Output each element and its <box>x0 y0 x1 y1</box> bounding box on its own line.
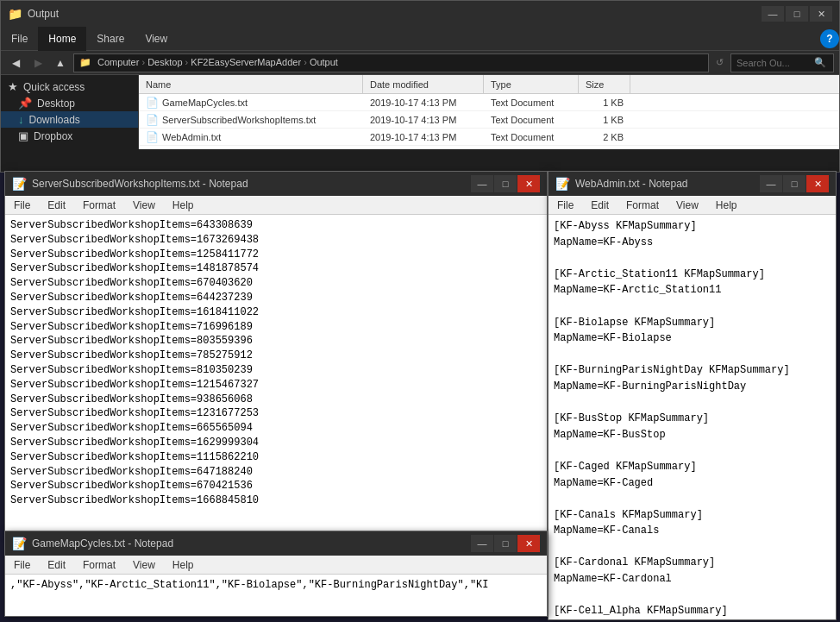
np3-menu-edit[interactable]: Edit <box>39 556 74 574</box>
sidebar-label-desktop: Desktop <box>37 97 75 110</box>
np3-content[interactable]: ,"KF-Abyss","KF-Arctic_Station11","KF-Bi… <box>5 575 547 596</box>
file-date-webadmin: 2019-10-17 4:13 PM <box>363 132 484 142</box>
file-row-gamemapcycles[interactable]: 📄 GameMapCycles.txt 2019-10-17 4:13 PM T… <box>139 94 839 111</box>
sidebar-item-desktop[interactable]: 📌 Desktop <box>1 95 138 111</box>
explorer-maximize-button[interactable]: □ <box>786 6 808 22</box>
np2-menu-format[interactable]: Format <box>617 196 668 214</box>
address-refresh-icon: ↺ <box>716 57 724 68</box>
file-size-gamemapcycles: 1 KB <box>579 97 630 108</box>
file-type-serversubscribed: Text Document <box>484 115 579 125</box>
search-icon: 🔍 <box>814 57 826 68</box>
file-size-serversubscribed: 1 KB <box>579 115 630 125</box>
file-icon-serversubscribed: 📄 <box>146 114 159 126</box>
np1-menu-format[interactable]: Format <box>74 196 124 214</box>
np1-close-button[interactable]: ✕ <box>517 175 540 192</box>
np2-window-controls: — □ ✕ <box>760 175 829 192</box>
np1-maximize-button[interactable]: □ <box>494 175 517 192</box>
ribbon-tab-share[interactable]: Share <box>86 27 135 51</box>
np1-menu-help[interactable]: Help <box>164 196 203 214</box>
ribbon-tab-view[interactable]: View <box>135 27 178 51</box>
file-row-webadmin[interactable]: 📄 WebAdmin.txt 2019-10-17 4:13 PM Text D… <box>139 129 839 146</box>
up-button[interactable]: ▲ <box>51 53 70 72</box>
np1-icon: 📝 <box>12 177 27 191</box>
np2-menu-bar: File Edit Format View Help <box>549 196 836 215</box>
explorer-minimize-button[interactable]: — <box>762 6 784 22</box>
col-header-date[interactable]: Date modified <box>363 75 484 93</box>
back-button[interactable]: ◀ <box>6 53 25 72</box>
sidebar-label-downloads: Downloads <box>29 114 80 126</box>
np1-content[interactable]: ServerSubscribedWorkshopItems=643308639 … <box>5 215 547 512</box>
search-input[interactable] <box>737 58 814 68</box>
np1-title-bar: 📝 ServerSubscribedWorkshopItems.txt - No… <box>5 172 547 196</box>
np3-menu-file[interactable]: File <box>5 556 39 574</box>
np2-close-button[interactable]: ✕ <box>806 175 829 192</box>
np1-title: ServerSubscribedWorkshopItems.txt - Note… <box>32 178 466 190</box>
notepad-webadmin: 📝 WebAdmin.txt - Notepad — □ ✕ File Edit… <box>548 171 837 620</box>
file-date-serversubscribed: 2019-10-17 4:13 PM <box>363 115 484 125</box>
file-type-gamemapcycles: Text Document <box>484 97 579 108</box>
sidebar-item-dropbox[interactable]: ▣ Dropbox <box>1 128 138 144</box>
address-text: 📁 Computer › Desktop › KF2EasyServerMapA… <box>79 57 338 68</box>
notepad-gamemapcycles: 📝 GameMapCycles.txt - Notepad — □ ✕ File… <box>4 531 548 617</box>
col-header-type[interactable]: Type <box>484 75 579 93</box>
desktop-icon: 📌 <box>18 97 32 110</box>
explorer-title: Output <box>28 8 756 20</box>
explorer-close-button[interactable]: ✕ <box>810 6 832 22</box>
np2-maximize-button[interactable]: □ <box>783 175 806 192</box>
np3-title: GameMapCycles.txt - Notepad <box>32 537 466 550</box>
np1-menu-view[interactable]: View <box>124 196 164 214</box>
np1-menu-file[interactable]: File <box>5 196 39 214</box>
search-bar: 🔍 <box>730 53 834 72</box>
np2-title: WebAdmin.txt - Notepad <box>575 178 755 190</box>
np2-menu-view[interactable]: View <box>668 196 707 214</box>
ribbon-tab-file[interactable]: File <box>1 27 38 51</box>
quickaccess-icon: ★ <box>8 80 18 93</box>
sidebar-item-quickaccess[interactable]: ★ Quick access <box>1 79 138 95</box>
file-type-webadmin: Text Document <box>484 132 579 142</box>
np2-title-bar: 📝 WebAdmin.txt - Notepad — □ ✕ <box>549 172 836 196</box>
downloads-icon: ↓ <box>18 113 24 126</box>
np3-close-button[interactable]: ✕ <box>517 535 540 552</box>
file-explorer: 📁 Output — □ ✕ File Home Share View ? ◀ … <box>0 0 840 173</box>
sidebar-label-dropbox: Dropbox <box>34 130 72 142</box>
explorer-nav-bar: ◀ ▶ ▲ 📁 Computer › Desktop › KF2EasyServ… <box>1 51 839 75</box>
file-list: Name Date modified Type Size 📄 GameMapCy… <box>139 75 839 149</box>
file-icon-gamemapcycles: 📄 <box>146 97 159 109</box>
sidebar-item-downloads[interactable]: ↓ Downloads <box>1 111 138 128</box>
file-icon-webadmin: 📄 <box>146 131 159 143</box>
explorer-sidebar: ★ Quick access 📌 Desktop ↓ Downloads ▣ D… <box>1 75 139 149</box>
file-list-header: Name Date modified Type Size <box>139 75 839 94</box>
sidebar-label-quickaccess: Quick access <box>23 81 85 93</box>
np1-minimize-button[interactable]: — <box>471 175 493 192</box>
np2-icon: 📝 <box>555 177 570 191</box>
explorer-body: ★ Quick access 📌 Desktop ↓ Downloads ▣ D… <box>1 75 839 149</box>
np3-minimize-button[interactable]: — <box>471 535 493 552</box>
col-header-size[interactable]: Size <box>579 75 630 93</box>
np2-menu-edit[interactable]: Edit <box>582 196 617 214</box>
np3-menu-format[interactable]: Format <box>74 556 124 574</box>
np2-minimize-button[interactable]: — <box>760 175 782 192</box>
file-name-webadmin: 📄 WebAdmin.txt <box>139 131 363 143</box>
np3-menu-view[interactable]: View <box>124 556 164 574</box>
explorer-ribbon: File Home Share View ? <box>1 27 839 51</box>
explorer-title-bar: 📁 Output — □ ✕ <box>1 1 839 27</box>
np2-content[interactable]: [KF-Abyss KFMapSummary] MapName=KF-Abyss… <box>549 215 836 622</box>
np1-menu-edit[interactable]: Edit <box>39 196 74 214</box>
notepad-serversubscribed: 📝 ServerSubscribedWorkshopItems.txt - No… <box>4 171 548 533</box>
np3-window-controls: — □ ✕ <box>471 535 540 552</box>
ribbon-tab-home[interactable]: Home <box>38 27 86 51</box>
file-row-serversubscribed[interactable]: 📄 ServerSubscribedWorkshopItems.txt 2019… <box>139 111 839 129</box>
np2-menu-help[interactable]: Help <box>707 196 746 214</box>
explorer-icon: 📁 <box>8 7 22 21</box>
ribbon-help-button[interactable]: ? <box>820 29 839 48</box>
np2-menu-file[interactable]: File <box>549 196 582 214</box>
np1-window-controls: — □ ✕ <box>471 175 540 192</box>
file-name-serversubscribed: 📄 ServerSubscribedWorkshopItems.txt <box>139 114 363 126</box>
col-header-name[interactable]: Name <box>139 75 363 93</box>
np3-menu-help[interactable]: Help <box>164 556 203 574</box>
address-bar[interactable]: 📁 Computer › Desktop › KF2EasyServerMapA… <box>73 53 709 72</box>
forward-button[interactable]: ▶ <box>28 53 47 72</box>
dropbox-icon: ▣ <box>18 129 28 142</box>
np3-maximize-button[interactable]: □ <box>494 535 517 552</box>
explorer-window-controls: — □ ✕ <box>762 6 832 22</box>
